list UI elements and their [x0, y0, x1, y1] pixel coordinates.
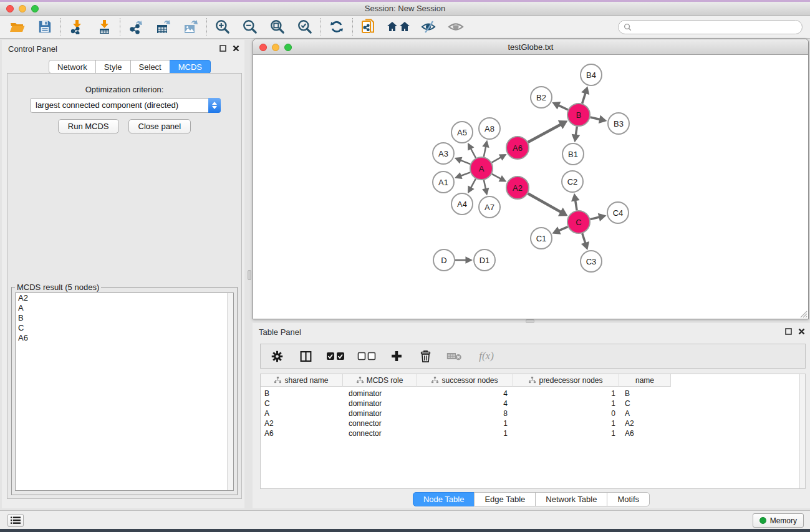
- graph-edge[interactable]: [484, 180, 486, 190]
- graph-edge[interactable]: [460, 160, 470, 164]
- close-panel-icon[interactable]: [798, 328, 805, 335]
- mcds-result-item[interactable]: C: [16, 323, 233, 333]
- graph-edge[interactable]: [492, 174, 501, 179]
- memory-button[interactable]: Memory: [753, 513, 804, 528]
- table-cell: A: [261, 409, 343, 418]
- graph-edge[interactable]: [528, 193, 561, 212]
- show-hide-button[interactable]: [446, 17, 466, 37]
- tab-node-table[interactable]: Node Table: [413, 492, 475, 506]
- graph-edge[interactable]: [471, 148, 476, 158]
- home-layout-button[interactable]: [386, 17, 411, 37]
- create-column-button[interactable]: [387, 346, 407, 366]
- column-header-predecessor-nodes[interactable]: predecessor nodes: [513, 374, 619, 387]
- vertical-splitter-grip[interactable]: [248, 270, 251, 280]
- refresh-button[interactable]: [327, 17, 347, 37]
- control-panel-tabs: Network Style Select MCDS: [49, 60, 211, 74]
- zoom-fit-button[interactable]: [268, 17, 287, 37]
- mcds-result-item[interactable]: A6: [16, 333, 233, 343]
- open-session-button[interactable]: [7, 17, 27, 37]
- criterion-select[interactable]: largest connected component (directed): [30, 98, 221, 113]
- table-row[interactable]: A2connector11A2: [261, 418, 805, 428]
- graph-edge[interactable]: [484, 147, 486, 157]
- graph-edge[interactable]: [559, 227, 568, 231]
- export-image-button[interactable]: [181, 17, 201, 37]
- mcds-result-item[interactable]: A2: [16, 293, 233, 303]
- window-titlebar: Session: New Session: [0, 2, 810, 16]
- export-table-button[interactable]: [153, 17, 173, 37]
- table-row[interactable]: A6connector11A6: [261, 428, 805, 438]
- graph-node-label: A: [479, 164, 485, 173]
- search-icon: [624, 23, 632, 31]
- delete-column-button[interactable]: [415, 346, 435, 366]
- table-row[interactable]: Bdominator41B: [261, 389, 805, 399]
- export-network-button[interactable]: [126, 17, 146, 37]
- zoom-in-button[interactable]: [213, 17, 233, 37]
- table-cell: A6: [619, 429, 671, 438]
- import-table-button[interactable]: [94, 17, 114, 37]
- first-neighbors-button[interactable]: [359, 17, 378, 37]
- table-row[interactable]: Adominator80A: [261, 409, 805, 418]
- graph-edge[interactable]: [582, 93, 586, 104]
- network-window-titlebar[interactable]: testGlobe.txt: [253, 39, 808, 55]
- zoom-selected-button[interactable]: [295, 17, 315, 37]
- graph-node-label: C4: [613, 208, 624, 218]
- graph-edge[interactable]: [528, 124, 561, 142]
- table-scrollbar[interactable]: [799, 374, 805, 488]
- graph-node-label: A3: [438, 149, 448, 158]
- graph-node-label: B: [576, 110, 582, 120]
- table-row[interactable]: Cdominator41C: [261, 399, 805, 409]
- table-cell: 4: [417, 389, 513, 398]
- tab-network-table[interactable]: Network Table: [535, 492, 607, 506]
- close-panel-button[interactable]: Close panel: [128, 119, 191, 133]
- column-label: MCDS role: [367, 376, 403, 385]
- graph-edge[interactable]: [461, 172, 470, 176]
- column-header-name[interactable]: name: [619, 374, 671, 387]
- mcds-result-item[interactable]: A: [16, 303, 233, 313]
- resize-corner-icon[interactable]: [799, 310, 808, 318]
- graph-edge[interactable]: [576, 127, 577, 135]
- float-panel-icon[interactable]: [785, 328, 792, 335]
- column-header-mcds-role[interactable]: MCDS role: [343, 374, 417, 387]
- table-cell: A: [619, 409, 671, 418]
- graph-edge[interactable]: [591, 117, 600, 119]
- graph-edge[interactable]: [582, 233, 586, 243]
- close-panel-icon[interactable]: [233, 45, 239, 52]
- select-all-columns-button[interactable]: [324, 346, 347, 366]
- graph-edge-arrow: [599, 115, 607, 123]
- tab-select[interactable]: Select: [130, 60, 170, 74]
- mcds-list-scrollbar[interactable]: [227, 293, 233, 490]
- tab-motifs[interactable]: Motifs: [607, 492, 650, 506]
- zoom-out-button[interactable]: [240, 17, 260, 37]
- run-mcds-button[interactable]: Run MCDS: [58, 119, 119, 133]
- deselect-all-columns-button[interactable]: [355, 346, 378, 366]
- toggle-columns-button[interactable]: [296, 346, 316, 366]
- import-network-icon: [69, 19, 84, 34]
- column-header-successor-nodes[interactable]: successor nodes: [417, 374, 513, 387]
- graph-edge[interactable]: [559, 105, 568, 110]
- table-settings-button[interactable]: [267, 346, 287, 366]
- graph-edge[interactable]: [471, 179, 476, 188]
- hide-details-button[interactable]: [418, 17, 438, 37]
- graph-edge[interactable]: [492, 157, 501, 163]
- graph-edge[interactable]: [590, 217, 599, 220]
- network-canvas[interactable]: B4B2BB3A5A8A6A3B1AA1C2A2A4A7C4CC1DD1C3: [253, 55, 808, 319]
- tab-style[interactable]: Style: [95, 60, 131, 74]
- delete-table-button[interactable]: [444, 346, 464, 366]
- gear-icon: [271, 350, 284, 363]
- save-session-button[interactable]: [35, 17, 55, 37]
- mcds-result-list[interactable]: A2ABCA6: [15, 293, 234, 491]
- zoom-out-icon: [242, 19, 258, 35]
- mcds-result-item[interactable]: B: [16, 313, 233, 323]
- tab-edge-table[interactable]: Edge Table: [474, 492, 536, 506]
- tab-network[interactable]: Network: [49, 60, 96, 74]
- float-panel-icon[interactable]: [219, 45, 226, 52]
- task-history-button[interactable]: [7, 514, 24, 527]
- mcds-result-group: MCDS result (5 nodes) A2ABCA6: [11, 283, 238, 495]
- search-field[interactable]: [618, 20, 803, 34]
- search-input[interactable]: [635, 22, 797, 31]
- column-header-shared-name[interactable]: shared name: [261, 374, 343, 387]
- tab-mcds[interactable]: MCDS: [170, 60, 211, 74]
- graph-edge[interactable]: [576, 200, 577, 210]
- import-network-button[interactable]: [67, 17, 87, 37]
- function-builder-button[interactable]: f(x): [473, 346, 500, 366]
